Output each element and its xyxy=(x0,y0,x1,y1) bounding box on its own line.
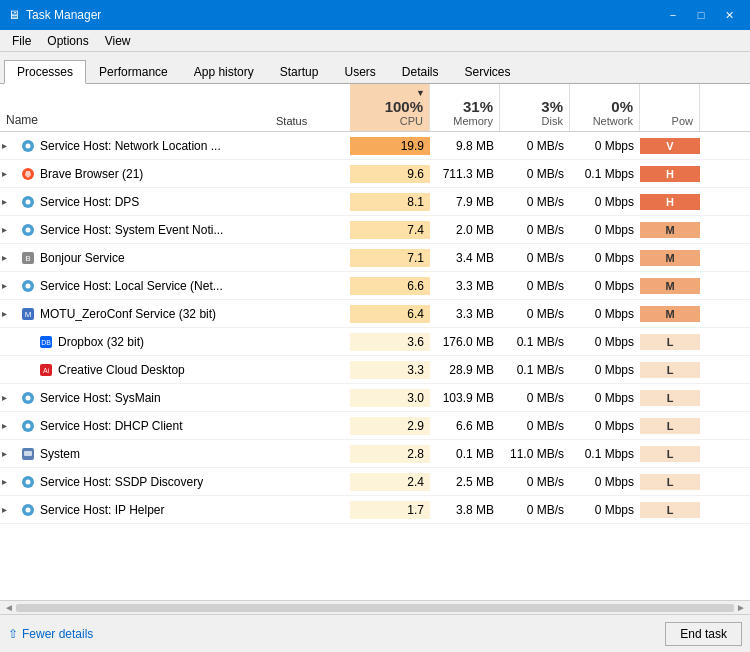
process-name-cell: ▸ Service Host: Local Service (Net... xyxy=(0,276,270,296)
expand-arrow[interactable]: ▸ xyxy=(2,252,16,263)
cpu-cell: 3.3 xyxy=(350,361,430,379)
expand-arrow[interactable]: ▸ xyxy=(2,224,16,235)
memory-cell: 7.9 MB xyxy=(430,193,500,211)
status-cell xyxy=(270,480,350,484)
process-icon: M xyxy=(20,306,36,322)
menu-file[interactable]: File xyxy=(4,32,39,50)
expand-arrow[interactable]: ▸ xyxy=(2,504,16,515)
table-row[interactable]: ▸ System 2.8 0.1 MB 11.0 MB/s 0.1 Mbps L xyxy=(0,440,750,468)
app-title: Task Manager xyxy=(26,8,101,22)
table-row[interactable]: ▸ Service Host: System Event Noti... 7.4… xyxy=(0,216,750,244)
process-icon: DB xyxy=(38,334,54,350)
tab-services[interactable]: Services xyxy=(452,59,524,83)
network-cell: 0.1 Mbps xyxy=(570,165,640,183)
table-row[interactable]: DB Dropbox (32 bit) 3.6 176.0 MB 0.1 MB/… xyxy=(0,328,750,356)
app-icon: 🖥 xyxy=(8,8,20,22)
svg-point-10 xyxy=(26,283,31,288)
table-body[interactable]: ▸ Service Host: Network Location ... 19.… xyxy=(0,132,750,600)
expand-arrow[interactable]: ▸ xyxy=(2,448,16,459)
memory-cell: 2.0 MB xyxy=(430,221,500,239)
col-header-power[interactable]: Pow xyxy=(640,84,700,131)
horizontal-scrollbar[interactable]: ◄ ► xyxy=(0,600,750,614)
minimize-button[interactable]: − xyxy=(660,5,686,25)
svg-text:DB: DB xyxy=(41,339,51,346)
memory-cell: 6.6 MB xyxy=(430,417,500,435)
expand-arrow[interactable]: ▸ xyxy=(2,476,16,487)
col-header-cpu[interactable]: ▼ 100% CPU xyxy=(350,84,430,131)
power-cell: L xyxy=(640,390,700,406)
process-name-cell: ▸ B Bonjour Service xyxy=(0,248,270,268)
process-name-cell: DB Dropbox (32 bit) xyxy=(0,332,270,352)
title-bar-left: 🖥 Task Manager xyxy=(8,8,101,22)
process-name: Brave Browser (21) xyxy=(40,167,143,181)
table-row[interactable]: ▸ B Bonjour Service 7.1 3.4 MB 0 MB/s 0 … xyxy=(0,244,750,272)
process-name: Service Host: Local Service (Net... xyxy=(40,279,223,293)
table-row[interactable]: ▸ Brave Browser (21) 9.6 711.3 MB 0 MB/s… xyxy=(0,160,750,188)
network-cell: 0 Mbps xyxy=(570,193,640,211)
power-cell: M xyxy=(640,250,700,266)
status-cell xyxy=(270,256,350,260)
expand-arrow[interactable]: ▸ xyxy=(2,168,16,179)
close-button[interactable]: ✕ xyxy=(716,5,742,25)
process-name-cell: ▸ Service Host: System Event Noti... xyxy=(0,220,270,240)
fewer-details-button[interactable]: ⇧ Fewer details xyxy=(8,627,93,641)
disk-cell: 0 MB/s xyxy=(500,305,570,323)
col-header-network[interactable]: 0% Network xyxy=(570,84,640,131)
tab-details[interactable]: Details xyxy=(389,59,452,83)
status-cell xyxy=(270,228,350,232)
menu-options[interactable]: Options xyxy=(39,32,96,50)
sort-arrow-icon: ▼ xyxy=(416,88,425,98)
svg-point-18 xyxy=(26,395,31,400)
col-header-memory[interactable]: 31% Memory xyxy=(430,84,500,131)
cpu-cell: 2.4 xyxy=(350,473,430,491)
process-name: Bonjour Service xyxy=(40,251,125,265)
maximize-button[interactable]: □ xyxy=(688,5,714,25)
table-row[interactable]: ▸ M MOTU_ZeroConf Service (32 bit) 6.4 3… xyxy=(0,300,750,328)
table-row[interactable]: ▸ Service Host: SysMain 3.0 103.9 MB 0 M… xyxy=(0,384,750,412)
network-cell: 0 Mbps xyxy=(570,389,640,407)
col-header-status[interactable]: Status xyxy=(270,84,350,131)
expand-arrow[interactable]: ▸ xyxy=(2,140,16,151)
network-cell: 0 Mbps xyxy=(570,501,640,519)
status-cell xyxy=(270,200,350,204)
power-cell: L xyxy=(640,502,700,518)
memory-cell: 711.3 MB xyxy=(430,165,500,183)
table-row[interactable]: Ai Creative Cloud Desktop 3.3 28.9 MB 0.… xyxy=(0,356,750,384)
tab-app-history[interactable]: App history xyxy=(181,59,267,83)
expand-arrow[interactable]: ▸ xyxy=(2,392,16,403)
memory-cell: 3.3 MB xyxy=(430,305,500,323)
col-header-name[interactable]: Name xyxy=(0,84,270,131)
table-row[interactable]: ▸ Service Host: SSDP Discovery 2.4 2.5 M… xyxy=(0,468,750,496)
cpu-cell: 8.1 xyxy=(350,193,430,211)
memory-cell: 28.9 MB xyxy=(430,361,500,379)
table-row[interactable]: ▸ Service Host: DHCP Client 2.9 6.6 MB 0… xyxy=(0,412,750,440)
expand-arrow[interactable]: ▸ xyxy=(2,280,16,291)
end-task-button[interactable]: End task xyxy=(665,622,742,646)
svg-text:M: M xyxy=(25,310,32,319)
cpu-label: CPU xyxy=(400,115,423,127)
expand-arrow[interactable]: ▸ xyxy=(2,196,16,207)
process-name: MOTU_ZeroConf Service (32 bit) xyxy=(40,307,216,321)
tab-users[interactable]: Users xyxy=(331,59,388,83)
cpu-pct: 100% xyxy=(385,98,423,115)
tab-startup[interactable]: Startup xyxy=(267,59,332,83)
table-row[interactable]: ▸ Service Host: Network Location ... 19.… xyxy=(0,132,750,160)
status-cell xyxy=(270,172,350,176)
process-name: Service Host: SysMain xyxy=(40,391,161,405)
cpu-cell: 3.0 xyxy=(350,389,430,407)
memory-cell: 3.4 MB xyxy=(430,249,500,267)
disk-cell: 0.1 MB/s xyxy=(500,333,570,351)
table-row[interactable]: ▸ Service Host: DPS 8.1 7.9 MB 0 MB/s 0 … xyxy=(0,188,750,216)
cpu-cell: 6.4 xyxy=(350,305,430,323)
svg-point-1 xyxy=(26,143,31,148)
status-cell xyxy=(270,340,350,344)
tab-performance[interactable]: Performance xyxy=(86,59,181,83)
memory-cell: 176.0 MB xyxy=(430,333,500,351)
expand-arrow[interactable]: ▸ xyxy=(2,308,16,319)
table-row[interactable]: ▸ Service Host: IP Helper 1.7 3.8 MB 0 M… xyxy=(0,496,750,524)
menu-view[interactable]: View xyxy=(97,32,139,50)
col-header-disk[interactable]: 3% Disk xyxy=(500,84,570,131)
expand-arrow[interactable]: ▸ xyxy=(2,420,16,431)
tab-processes[interactable]: Processes xyxy=(4,60,86,84)
table-row[interactable]: ▸ Service Host: Local Service (Net... 6.… xyxy=(0,272,750,300)
